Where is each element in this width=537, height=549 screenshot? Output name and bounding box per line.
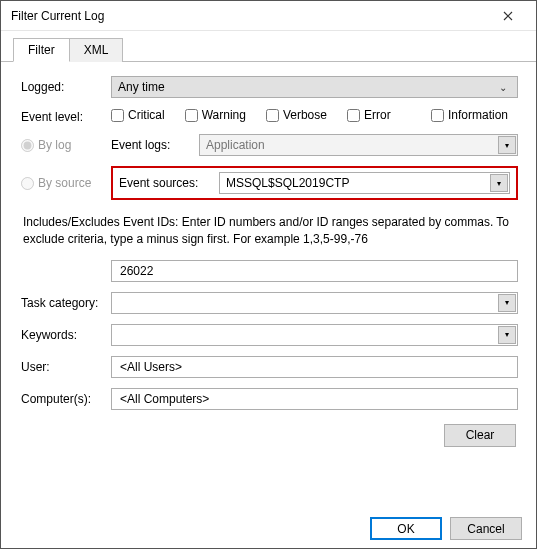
clear-button[interactable]: Clear xyxy=(444,424,516,447)
check-warning[interactable]: Warning xyxy=(185,108,246,122)
radio-by-log: By log xyxy=(21,138,111,152)
chevron-down-icon[interactable]: ▾ xyxy=(490,174,508,192)
eventlevel-checks: Critical Warning Verbose Error Informati… xyxy=(111,108,518,122)
titlebar: Filter Current Log xyxy=(1,1,536,31)
close-icon xyxy=(503,11,513,21)
chevron-down-icon[interactable]: ▾ xyxy=(498,326,516,344)
check-information[interactable]: Information xyxy=(431,108,508,122)
tab-filter[interactable]: Filter xyxy=(13,38,70,62)
keywords-label: Keywords: xyxy=(21,328,111,342)
logged-value: Any time xyxy=(118,80,495,94)
chevron-down-icon: ⌄ xyxy=(495,82,511,93)
check-error[interactable]: Error xyxy=(347,108,411,122)
logged-dropdown[interactable]: Any time ⌄ xyxy=(111,76,518,98)
eventids-hint: Includes/Excludes Event IDs: Enter ID nu… xyxy=(23,214,516,248)
tab-content: Logged: Any time ⌄ Event level: Critical… xyxy=(1,62,536,457)
eventlogs-label: Event logs: xyxy=(111,138,199,152)
eventsources-value: MSSQL$SQL2019CTP xyxy=(226,176,503,190)
cancel-button[interactable]: Cancel xyxy=(450,517,522,540)
window-title: Filter Current Log xyxy=(11,9,488,23)
check-verbose[interactable]: Verbose xyxy=(266,108,327,122)
taskcategory-label: Task category: xyxy=(21,296,111,310)
tab-xml[interactable]: XML xyxy=(69,38,124,62)
taskcategory-dropdown[interactable]: ▾ xyxy=(111,292,518,314)
chevron-down-icon[interactable]: ▾ xyxy=(498,294,516,312)
eventlevel-label: Event level: xyxy=(21,108,111,124)
computers-input[interactable] xyxy=(111,388,518,410)
eventsources-highlight: Event sources: MSSQL$SQL2019CTP ▾ xyxy=(111,166,518,200)
user-label: User: xyxy=(21,360,111,374)
dialog-footer: OK Cancel xyxy=(370,517,522,540)
eventids-input[interactable] xyxy=(111,260,518,282)
chevron-down-icon[interactable]: ▾ xyxy=(498,136,516,154)
logged-label: Logged: xyxy=(21,80,111,94)
user-input[interactable] xyxy=(111,356,518,378)
check-critical[interactable]: Critical xyxy=(111,108,165,122)
eventlogs-dropdown[interactable]: Application ▾ xyxy=(199,134,518,156)
computers-label: Computer(s): xyxy=(21,392,111,406)
eventlogs-value: Application xyxy=(206,138,511,152)
tabstrip: Filter XML xyxy=(1,31,536,62)
keywords-dropdown[interactable]: ▾ xyxy=(111,324,518,346)
eventsources-label: Event sources: xyxy=(119,176,219,190)
eventsources-dropdown[interactable]: MSSQL$SQL2019CTP ▾ xyxy=(219,172,510,194)
ok-button[interactable]: OK xyxy=(370,517,442,540)
radio-by-source: By source xyxy=(21,176,111,190)
close-button[interactable] xyxy=(488,2,528,30)
